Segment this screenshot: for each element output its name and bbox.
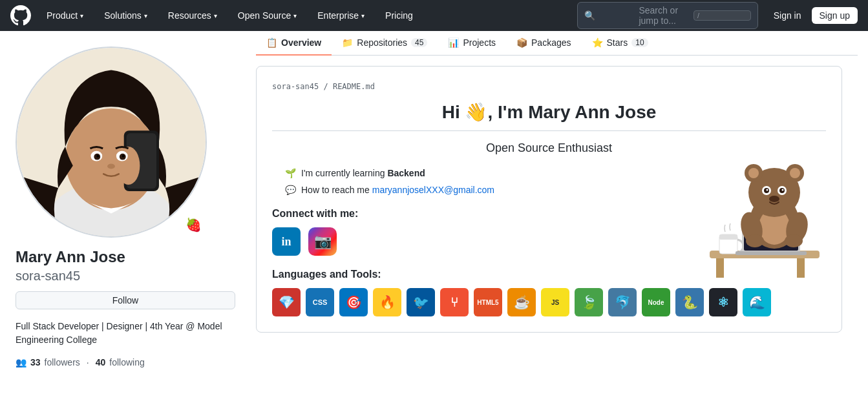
readme-title: Hi 👋, I'm Mary Ann Jose <box>272 101 826 123</box>
svg-rect-19 <box>719 234 737 240</box>
followers-label: followers <box>45 357 80 367</box>
resources-chevron-icon: ▾ <box>214 12 217 19</box>
navbar: Product ▾ Solutions ▾ Resources ▾ Open S… <box>0 0 868 31</box>
nav-resources[interactable]: Resources ▾ <box>163 8 222 23</box>
enterprise-chevron-icon: ▾ <box>361 12 365 19</box>
tool-mysql: 🐬 <box>608 288 637 316</box>
stars-count: 10 <box>631 38 648 47</box>
tool-dart: 🎯 <box>339 288 368 316</box>
avatar-photo <box>17 46 206 238</box>
following-label: following <box>109 357 144 367</box>
solutions-chevron-icon: ▾ <box>144 12 147 19</box>
svg-rect-16 <box>716 258 724 278</box>
svg-point-12 <box>96 155 99 158</box>
svg-rect-17 <box>797 258 805 278</box>
followers-count: 33 <box>30 357 41 367</box>
nav-enterprise[interactable]: Enterprise ▾ <box>312 8 370 23</box>
star-icon: ⭐ <box>592 37 603 48</box>
avatar <box>16 46 207 238</box>
search-container: 🔍 Search or jump to... / <box>577 2 758 29</box>
nav-pricing[interactable]: Pricing <box>380 8 418 23</box>
repo-icon: 📁 <box>342 37 353 48</box>
main-content: 📋 Overview 📁 Repositories 45 📊 Projects … <box>246 31 868 403</box>
sign-in-button[interactable]: Sign in <box>768 8 807 23</box>
search-placeholder: Search or jump to... <box>639 5 688 26</box>
user-bio: Full Stack Developer | Designer | 4th Ye… <box>16 320 235 347</box>
svg-point-38 <box>767 189 768 191</box>
svg-point-43 <box>746 234 764 247</box>
svg-point-14 <box>107 164 115 169</box>
nav-actions: Sign in Sign up <box>768 7 858 24</box>
svg-point-31 <box>748 168 759 178</box>
tool-firebase: 🔥 <box>373 288 401 316</box>
profile-sidebar: 🍓 Mary Ann Jose sora-san45 Follow Full S… <box>0 31 246 403</box>
speech-icon: 💬 <box>285 185 296 195</box>
tool-react: ⚛ <box>709 288 737 316</box>
user-handle: sora-san45 <box>16 269 235 284</box>
tool-flutter: 🐦 <box>407 288 435 316</box>
readme-card: sora-san45 / README.md Hi 👋, I'm Mary An… <box>256 66 842 333</box>
tool-css: CSS <box>306 288 334 316</box>
linkedin-icon[interactable]: in <box>272 227 301 256</box>
instagram-icon[interactable]: 📷 <box>308 227 337 256</box>
bear-illustration <box>697 150 826 282</box>
repositories-count: 45 <box>411 38 427 47</box>
book-icon: 📋 <box>266 37 277 48</box>
product-chevron-icon: ▾ <box>80 12 83 19</box>
nav-product[interactable]: Product ▾ <box>41 8 89 23</box>
tab-overview[interactable]: 📋 Overview <box>256 31 332 56</box>
svg-point-39 <box>782 189 784 191</box>
tool-html: HTML5 <box>474 288 502 316</box>
svg-point-13 <box>122 155 125 158</box>
plant-icon: 🌱 <box>285 168 296 178</box>
project-icon: 📊 <box>448 37 459 48</box>
tab-packages[interactable]: 📦 Packages <box>506 31 581 56</box>
tool-python: 🐍 <box>675 288 704 316</box>
open-source-chevron-icon: ▾ <box>293 12 297 19</box>
search-shortcut: / <box>693 10 751 21</box>
svg-point-44 <box>785 234 803 247</box>
tab-projects[interactable]: 📊 Projects <box>438 31 506 56</box>
search-icon: 🔍 <box>584 10 634 21</box>
following-count: 40 <box>96 357 106 367</box>
svg-point-40 <box>769 196 779 202</box>
followers-info: 👥 33 followers · 40 following <box>16 357 235 367</box>
user-display-name: Mary Ann Jose <box>16 248 235 266</box>
sign-up-button[interactable]: Sign up <box>812 7 858 24</box>
avatar-container: 🍓 <box>16 46 207 238</box>
email-link[interactable]: maryannjoselXXX@gmail.com <box>372 185 494 195</box>
tool-nodejs: Node <box>642 288 670 316</box>
readme-path: sora-san45 / README.md <box>272 82 826 91</box>
search-box[interactable]: 🔍 Search or jump to... / <box>577 2 758 29</box>
tab-stars[interactable]: ⭐ Stars 10 <box>582 31 659 56</box>
readme-divider <box>272 130 826 131</box>
page-layout: 🍓 Mary Ann Jose sora-san45 Follow Full S… <box>0 31 868 403</box>
tool-java: ☕ <box>507 288 536 316</box>
avatar-emoji: 🍓 <box>185 217 202 232</box>
nav-solutions[interactable]: Solutions ▾ <box>99 8 153 23</box>
tool-git: ⑂ <box>440 288 469 316</box>
tools-row: 💎 CSS 🎯 🔥 🐦 ⑂ HTML5 ☕ JS 🍃 🐬 Node 🐍 ⚛ 🌊 <box>272 288 826 316</box>
followers-icon: 👥 <box>16 357 26 367</box>
profile-tabs: 📋 Overview 📁 Repositories 45 📊 Projects … <box>256 31 858 56</box>
nav-open-source[interactable]: Open Source ▾ <box>233 8 302 23</box>
bear-svg <box>697 150 826 280</box>
tool-tailwind: 🌊 <box>743 288 771 316</box>
tool-js: JS <box>541 288 569 316</box>
github-logo[interactable] <box>10 5 31 26</box>
svg-point-33 <box>790 168 800 178</box>
tab-repositories[interactable]: 📁 Repositories 45 <box>332 31 438 56</box>
tool-mongodb: 🍃 <box>575 288 603 316</box>
svg-rect-26 <box>736 251 807 255</box>
tool-ruby: 💎 <box>272 288 301 316</box>
package-icon: 📦 <box>516 37 527 48</box>
follow-button[interactable]: Follow <box>16 291 235 309</box>
